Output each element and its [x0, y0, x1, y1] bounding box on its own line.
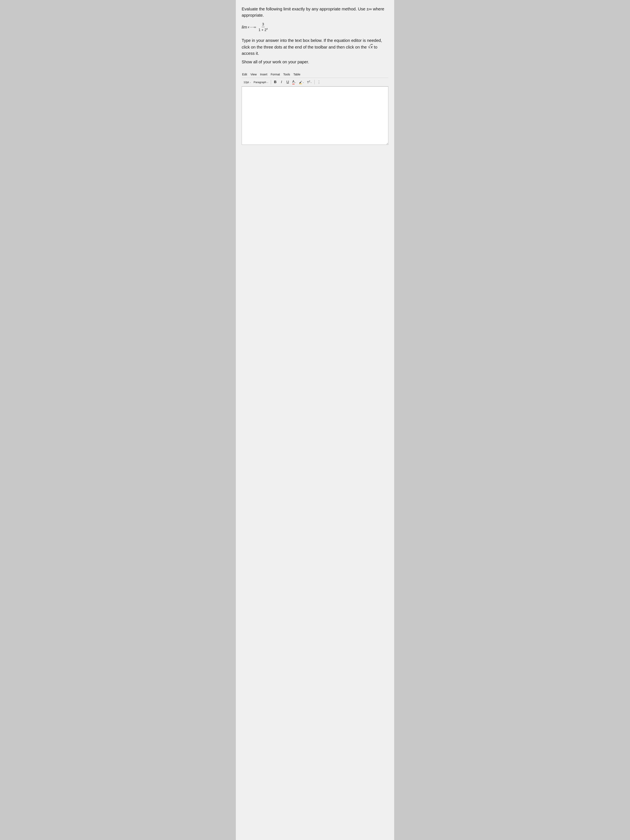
superscript-chevron-icon: ⌄ [310, 81, 312, 83]
superscript-label: T2 [307, 80, 310, 84]
question-intro: Evaluate the following limit exactly by … [242, 6, 388, 18]
superscript-2: 2 [309, 80, 310, 82]
menu-format[interactable]: Format [269, 72, 282, 76]
font-size-selector[interactable]: 12pt ⌄ [243, 80, 252, 84]
toolbar-divider-1 [271, 80, 271, 84]
font-color-chevron-icon: ⌄ [295, 81, 296, 83]
font-color-bar [292, 84, 295, 84]
font-color-button[interactable]: A ⌄ [291, 79, 297, 85]
sqrt-inline: √x [368, 44, 373, 50]
limit-subscript: x→−∞ [248, 25, 256, 29]
menu-tools[interactable]: Tools [282, 72, 292, 76]
menu-table[interactable]: Table [292, 72, 302, 76]
paragraph-chevron-icon: ⌄ [267, 81, 268, 83]
limit-expression: lim x→−∞ 3 1 + 2x [242, 22, 388, 32]
superscript-button[interactable]: T2 ⌄ [306, 80, 313, 85]
italic-button[interactable]: I [278, 79, 284, 85]
fraction-numerator: 3 [262, 22, 264, 27]
page-container: Evaluate the following limit exactly by … [236, 0, 394, 840]
sqrt-symbol: √ [368, 44, 370, 49]
menu-insert[interactable]: Insert [259, 72, 269, 76]
font-color-label: A [292, 80, 295, 83]
toolbar: 12pt ⌄ Paragraph ⌄ B I U A ⌄ 🖌 ⌄ [242, 78, 388, 87]
menu-edit[interactable]: Edit [242, 72, 249, 76]
instructions-text: Type in your answer into the text box be… [242, 37, 388, 57]
answer-text-area[interactable] [242, 87, 388, 145]
font-size-chevron-icon: ⌄ [249, 81, 251, 83]
fraction-denominator: 1 + 2x [258, 27, 268, 32]
paragraph-label: Paragraph [254, 81, 266, 84]
bold-button[interactable]: B [272, 79, 278, 85]
menu-bar: Edit View Insert Format Tools Table [242, 71, 388, 78]
highlight-button[interactable]: 🖌 ⌄ [298, 80, 305, 84]
more-options-button[interactable]: ⋮ [316, 79, 322, 85]
menu-view[interactable]: View [249, 72, 259, 76]
highlight-icon: 🖌 [299, 81, 302, 84]
sqrt-var: x [371, 44, 373, 50]
lim-symbol: lim [242, 25, 247, 30]
show-work-text: Show all of your work on your paper. [242, 60, 388, 65]
editor-container: Edit View Insert Format Tools Table 12pt… [242, 71, 388, 145]
underline-button[interactable]: U [285, 79, 291, 85]
paragraph-selector[interactable]: Paragraph ⌄ [253, 80, 270, 84]
limit-fraction: 3 1 + 2x [258, 22, 268, 32]
highlight-chevron-icon: ⌄ [303, 81, 304, 83]
font-size-label: 12pt [243, 81, 249, 84]
